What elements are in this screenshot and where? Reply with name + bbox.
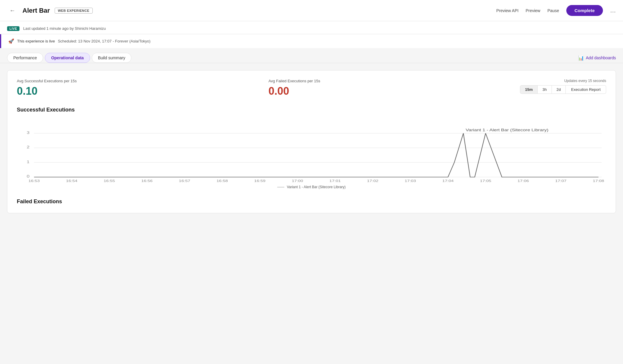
tab-build-summary[interactable]: Build summary — [92, 53, 132, 63]
successful-chart-svg: 0 1 2 3 16:53 16:54 16:55 16:56 16:57 — [17, 118, 606, 183]
svg-text:17:08: 17:08 — [593, 179, 604, 183]
metrics-card: Avg Successful Executions per 15s 0.10 A… — [7, 70, 616, 213]
time-btn-15m[interactable]: 15m — [520, 85, 538, 94]
successful-executions-chart: 0 1 2 3 16:53 16:54 16:55 16:56 16:57 — [17, 118, 606, 183]
svg-text:16:59: 16:59 — [254, 179, 265, 183]
time-controls: Updates every 15 seconds 15m 3h 2d Execu… — [520, 79, 606, 94]
rocket-icon: 🚀 — [8, 38, 14, 44]
live-banner: 🚀 This experience is live Scheduled: 13 … — [0, 34, 623, 48]
avg-failed-block: Avg Failed Executions per 15s 0.00 — [268, 79, 520, 97]
live-banner-text: This experience is live — [17, 39, 55, 43]
svg-text:16:58: 16:58 — [216, 179, 228, 183]
tab-performance[interactable]: Performance — [7, 53, 43, 63]
avg-failed-label: Avg Failed Executions per 15s — [268, 79, 520, 83]
svg-text:0: 0 — [27, 175, 30, 178]
preview-button[interactable]: Preview — [526, 8, 540, 13]
svg-text:16:56: 16:56 — [141, 179, 152, 183]
more-button[interactable]: … — [610, 7, 616, 14]
live-badge: LIVE — [7, 26, 19, 31]
legend-label: Variant 1 - Alert Bar (Sitecore Library) — [287, 185, 345, 189]
dashboard-icon: 📊 — [578, 55, 584, 61]
svg-text:17:05: 17:05 — [480, 179, 491, 183]
tab-operational-data[interactable]: Operational data — [45, 53, 90, 63]
avg-failed-value: 0.00 — [268, 85, 520, 97]
svg-text:17:03: 17:03 — [405, 179, 416, 183]
svg-text:1: 1 — [27, 160, 30, 164]
experience-type-badge: WEB EXPERIENCE — [55, 8, 93, 14]
top-bar-right: Preview API Preview Pause Complete … — [496, 5, 616, 16]
preview-api-button[interactable]: Preview API — [496, 8, 518, 13]
pause-button[interactable]: Pause — [547, 8, 559, 13]
avg-successful-label: Avg Successful Executions per 15s — [17, 79, 268, 83]
successful-executions-title: Successful Executions — [17, 107, 606, 113]
legend-line-icon — [277, 187, 284, 187]
svg-text:17:07: 17:07 — [555, 179, 566, 183]
svg-text:16:53: 16:53 — [28, 179, 40, 183]
svg-text:17:00: 17:00 — [292, 179, 303, 183]
svg-text:17:02: 17:02 — [367, 179, 378, 183]
svg-text:16:55: 16:55 — [104, 179, 115, 183]
avg-successful-value: 0.10 — [17, 85, 268, 97]
avg-successful-block: Avg Successful Executions per 15s 0.10 — [17, 79, 268, 97]
main-content: Avg Successful Executions per 15s 0.10 A… — [0, 63, 623, 364]
successful-executions-section: Successful Executions 0 1 2 3 16:53 — [17, 107, 606, 189]
time-buttons: 15m 3h 2d Execution Report — [520, 85, 606, 94]
sub-bar: LIVE Last updated 1 minute ago by Shinic… — [0, 21, 623, 34]
complete-button[interactable]: Complete — [566, 5, 603, 16]
svg-text:17:04: 17:04 — [442, 179, 454, 183]
svg-text:17:01: 17:01 — [330, 179, 341, 183]
add-dashboards-label: Add dashboards — [586, 55, 616, 60]
time-btn-3h[interactable]: 3h — [538, 85, 552, 94]
svg-text:3: 3 — [27, 131, 30, 135]
svg-text:Variant 1 - Alert Bar (Sitecor: Variant 1 - Alert Bar (Sitecore Library) — [466, 128, 548, 132]
updates-label: Updates every 15 seconds — [564, 79, 606, 83]
back-button[interactable]: ← — [7, 6, 18, 15]
execution-report-button[interactable]: Execution Report — [566, 85, 606, 94]
metrics-top-row: Avg Successful Executions per 15s 0.10 A… — [17, 79, 606, 97]
svg-text:16:57: 16:57 — [179, 179, 190, 183]
failed-executions-title: Failed Executions — [17, 199, 606, 205]
chart-legend: Variant 1 - Alert Bar (Sitecore Library) — [17, 185, 606, 189]
last-updated-text: Last updated 1 minute ago by Shinichi Ha… — [23, 26, 106, 31]
page-title: Alert Bar — [22, 7, 50, 14]
time-btn-2d[interactable]: 2d — [552, 85, 566, 94]
add-dashboards-button[interactable]: 📊 Add dashboards — [578, 55, 616, 61]
svg-text:16:54: 16:54 — [66, 179, 78, 183]
tabs-bar: Performance Operational data Build summa… — [0, 48, 623, 63]
live-banner-schedule: Scheduled: 13 Nov 2024, 17:07 - Forever … — [58, 39, 151, 43]
top-bar: ← Alert Bar WEB EXPERIENCE Preview API P… — [0, 0, 623, 21]
svg-text:2: 2 — [27, 145, 30, 149]
svg-text:17:06: 17:06 — [518, 179, 529, 183]
